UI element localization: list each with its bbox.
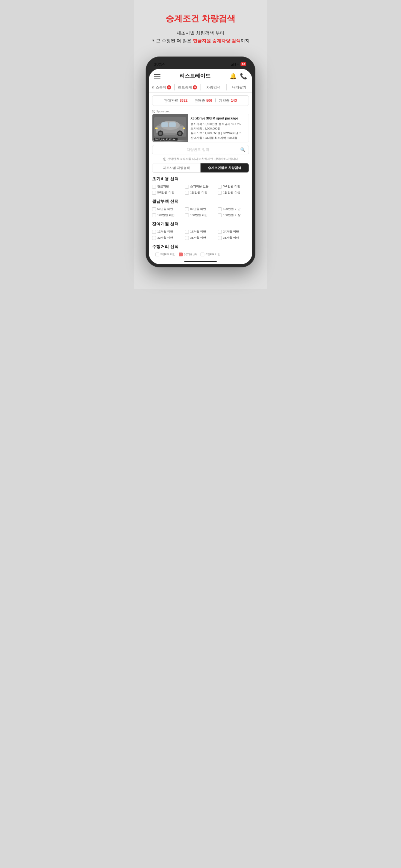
checkbox-box-checked[interactable] (179, 252, 183, 256)
tab-rent[interactable]: 렌트승계 N (175, 82, 200, 92)
filter-tab-manufacturer[interactable]: 제조사별 차량검색 (152, 163, 201, 173)
stats-selling: 판매중 506 (194, 98, 212, 103)
checkbox-box[interactable] (152, 207, 156, 211)
bell-icon[interactable]: 🔔 (229, 73, 237, 80)
remaining-grid: 12개월 미만 18개월 미만 24개월 미만 30개월 미만 (152, 229, 249, 240)
checkbox-under-36m[interactable]: 36개월 미만 (185, 236, 216, 240)
stats-sold: 판매완료 8322 (164, 98, 187, 103)
checkbox-under-30m[interactable]: 30개월 미만 (152, 236, 183, 240)
checkbox-under-120w[interactable]: 120만원 미만 (152, 213, 183, 217)
tab-sell-car[interactable]: 내차팔기 (227, 82, 252, 92)
checkbox-under-5k[interactable]: 5천km 미만 (155, 252, 176, 256)
battery-badge: 20 (241, 62, 246, 66)
checkbox-over-10m[interactable]: 1천만원 이상 (218, 190, 249, 195)
checkbox-box[interactable] (218, 191, 222, 195)
hamburger-icon[interactable] (154, 74, 160, 79)
signal-icon (231, 63, 236, 66)
car-image: 2020_09 | 40,493 km (152, 114, 188, 143)
page-subtitle: 제조사별 차량검색 부터 최근 수정된 더 많은 현금지원 승계차량 검색까지 (151, 29, 249, 45)
checkbox-under-3w[interactable]: 3만km 미만 (201, 252, 221, 256)
search-icon[interactable]: 🔍 (240, 147, 245, 152)
checkbox-box[interactable] (218, 236, 222, 240)
nav-tabs: 리스승계 N 렌트승계 N 차량검색 내차팔기 (149, 82, 252, 93)
section-mileage-title: 주행거리 선택 (152, 244, 249, 250)
search-bar[interactable]: 차량번호 입력 🔍 (152, 145, 249, 154)
checkbox-under-18m[interactable]: 18개월 미만 (185, 229, 216, 234)
checkbox-under-5m[interactable]: 5백만원 미만 (152, 190, 183, 195)
checkbox-box[interactable] (185, 207, 189, 211)
app-header: 리스트레이드 🔔 📞 (149, 69, 252, 82)
filter-tabs: 제조사별 차량검색 승계조건별로 차량검색 (152, 163, 249, 173)
checkbox-under-12m[interactable]: 12개월 미만 (152, 229, 183, 234)
checkbox-box[interactable] (152, 236, 156, 240)
checkbox-no-initial[interactable]: 초기비용 없음 (185, 184, 216, 189)
status-bar: 10:54 ≈ 20 (149, 60, 252, 69)
checkbox-cash-support[interactable]: 현금지원 (152, 184, 183, 189)
monthly-grid: 50만원 미만 80만원 미만 100만원 미만 120만원 미만 (152, 207, 249, 217)
checkbox-box[interactable] (155, 252, 159, 256)
wifi-icon: ≈ (237, 62, 239, 66)
svg-point-10 (178, 132, 181, 135)
phone-call-icon[interactable]: 📞 (240, 73, 247, 80)
checkbox-under-150w[interactable]: 150만원 미만 (185, 213, 216, 217)
checkbox-under-100w[interactable]: 100만원 미만 (218, 207, 249, 211)
checkbox-box[interactable] (152, 230, 156, 234)
car-image-label: 2020_09 | 40,493 km (154, 138, 178, 141)
status-time: 10:54 (154, 62, 165, 66)
section-initial-cost: 초기비용 선택 현금지원 초기비용 없음 3백만원 미만 (149, 176, 252, 198)
tab-lease[interactable]: 리스승계 N (149, 82, 174, 92)
checkbox-box[interactable] (185, 191, 189, 195)
checkbox-box[interactable] (201, 252, 204, 256)
page-wrapper: 승계조건 차량검색 제조사별 차량검색 부터 최근 수정된 더 많은 현금지원 … (134, 0, 267, 289)
checkbox-box[interactable] (185, 185, 189, 189)
mileage-partial-row: 5천km 미만 30718 oPt 3만km 미만 (152, 252, 249, 256)
checkbox-box[interactable] (218, 185, 222, 189)
phone-device: 10:54 ≈ 20 리스트레이드 🔔 (146, 57, 255, 268)
checkbox-under-24m[interactable]: 24개월 미만 (218, 229, 249, 234)
filter-tab-condition[interactable]: 승계조건별로 차량검색 (201, 163, 249, 173)
stats-contracted: 계약중 143 (219, 98, 237, 103)
car-title: X6 xDrive 30d M sport package (190, 116, 242, 121)
checkbox-over-36m[interactable]: 36개월 이상 (218, 236, 249, 240)
car-silhouette-svg (152, 114, 188, 140)
checkbox-mileage-opt2[interactable]: 30718 oPt (179, 252, 197, 256)
app-logo: 리스트레이드 (180, 73, 211, 80)
checkbox-box[interactable] (218, 207, 222, 211)
svg-rect-6 (169, 122, 176, 127)
stats-bar: 판매완료 8322 판매중 506 계약중 143 (152, 95, 249, 106)
checkbox-box[interactable] (218, 230, 222, 234)
checkbox-box[interactable] (152, 191, 156, 195)
info-circle-icon: i (152, 110, 155, 113)
info-circle-icon-2: i (163, 158, 166, 161)
tab-car-search[interactable]: 차량검색 (201, 82, 226, 92)
section-monthly-title: 월납부액 선택 (152, 198, 249, 205)
car-card[interactable]: 2020_09 | 40,493 km X6 xDrive 30d M spor… (152, 114, 249, 143)
section-remaining-title: 잔여개월 선택 (152, 221, 249, 227)
section-monthly: 월납부액 선택 50만원 미만 80만원 미만 100만원 미만 (149, 198, 252, 221)
sponsored-label: i Sponsored (149, 108, 252, 114)
checkbox-over-150w[interactable]: 150만원 이상 (218, 213, 249, 217)
checkbox-box[interactable] (185, 230, 189, 234)
checkbox-box[interactable] (152, 185, 156, 189)
rent-badge: N (193, 85, 197, 89)
search-placeholder: 차량번호 입력 (156, 147, 240, 152)
svg-rect-12 (183, 128, 185, 129)
checkbox-box[interactable] (152, 213, 156, 217)
checkbox-box[interactable] (185, 236, 189, 240)
checkbox-under-80w[interactable]: 80만원 미만 (185, 207, 216, 211)
phone-screen: 리스트레이드 🔔 📞 리스승계 N 렌트승계 N (149, 69, 252, 265)
status-icons: ≈ 20 (231, 62, 246, 66)
info-text: i 선택된 체크박스를 다시 터치하시면 선택이 해제됩니다 (149, 156, 252, 163)
lease-badge: N (167, 85, 171, 89)
checkbox-box[interactable] (185, 213, 189, 217)
checkbox-box[interactable] (218, 213, 222, 217)
section-mileage: 주행거리 선택 5천km 미만 30718 oPt 3만km 미만 (149, 244, 252, 259)
section-remaining-months: 잔여개월 선택 12개월 미만 18개월 미만 24개월 미만 (149, 221, 252, 244)
checkbox-under-10m[interactable]: 1천만원 미만 (185, 190, 216, 195)
svg-point-8 (159, 132, 162, 135)
header-icons: 🔔 📞 (229, 73, 247, 80)
checkbox-under-3m[interactable]: 3백만원 미만 (218, 184, 249, 189)
svg-rect-5 (161, 122, 168, 127)
home-indicator (184, 261, 217, 262)
checkbox-under-50w[interactable]: 50만원 미만 (152, 207, 183, 211)
